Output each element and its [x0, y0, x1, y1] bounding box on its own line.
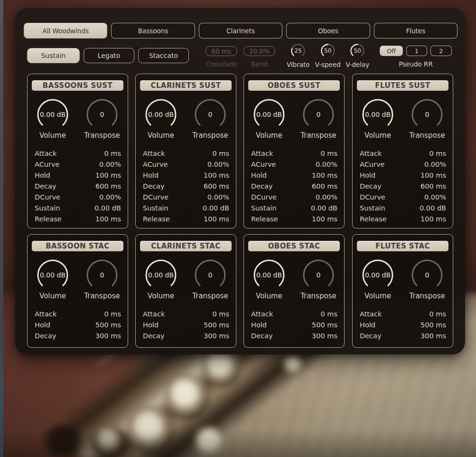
param-value[interactable]: 0 ms — [104, 150, 121, 157]
param-value[interactable]: 0.00% — [424, 161, 446, 168]
pseudo-rr-option-2[interactable]: 2 — [430, 46, 452, 56]
crossfade-value-box[interactable]: 60 ms — [205, 46, 237, 56]
param-value[interactable]: 0.00 dB — [420, 204, 446, 212]
param-value[interactable]: 100 ms — [420, 215, 446, 223]
param-value[interactable]: 600 ms — [312, 182, 337, 190]
pseudo-rr-option-off[interactable]: Off — [380, 46, 403, 56]
pseudo-rr-option-1[interactable]: 1 — [406, 46, 427, 56]
param-value[interactable]: 600 ms — [95, 182, 121, 190]
panel-bassoon-stac: BASSOON STAC0.00 dBVolume0TransposeAttac… — [27, 234, 128, 348]
volume-knob[interactable]: 0.00 dB — [36, 98, 69, 131]
param-label: DCurve — [35, 193, 60, 201]
pseudo-rr-label: Pseudo RR — [380, 60, 452, 68]
param-label: Release — [251, 215, 278, 223]
param-value[interactable]: 0 ms — [429, 150, 446, 157]
param-value[interactable]: 0.00% — [424, 193, 446, 201]
param-value[interactable]: 600 ms — [204, 182, 229, 190]
param-label: ACurve — [143, 161, 168, 168]
volume-knob[interactable]: 0.00 dB — [144, 258, 177, 292]
transpose-knob[interactable]: 0 — [411, 98, 444, 131]
v-speed-knob[interactable]: 50 — [319, 42, 336, 59]
param-value[interactable]: 100 ms — [95, 171, 121, 179]
param-label: Decay — [35, 182, 56, 190]
param-value[interactable]: 100 ms — [95, 215, 121, 223]
param-value[interactable]: 100 ms — [204, 215, 229, 223]
transpose-knob-label: Transpose — [409, 131, 445, 140]
param-value[interactable]: 0 ms — [212, 150, 229, 157]
volume-knob-value: 0.00 dB — [361, 98, 394, 131]
articulation-tab-staccato[interactable]: Staccato — [138, 48, 189, 63]
transpose-knob-group: 0Transpose — [82, 98, 122, 140]
param-value[interactable]: 100 ms — [312, 171, 337, 179]
param-hold: Hold500 ms — [360, 319, 446, 330]
param-value[interactable]: 0.00% — [316, 161, 337, 168]
param-value[interactable]: 0.00 dB — [94, 204, 121, 212]
param-value[interactable]: 100 ms — [312, 215, 337, 223]
transpose-knob-group: 0Transpose — [82, 258, 122, 300]
volume-knob-label: Volume — [148, 292, 174, 300]
param-value[interactable]: 0 ms — [429, 310, 446, 318]
transpose-knob[interactable]: 0 — [411, 258, 444, 292]
param-value[interactable]: 500 ms — [95, 321, 121, 329]
param-attack: Attack0 ms — [251, 148, 337, 159]
volume-knob[interactable]: 0.00 dB — [361, 258, 394, 292]
instrument-tab-all-woodwinds[interactable]: All Woodwinds — [24, 23, 107, 38]
panel-title-badge: BASSOON STAC — [32, 241, 123, 251]
param-value[interactable]: 0 ms — [320, 150, 337, 157]
transpose-knob[interactable]: 0 — [302, 98, 335, 131]
volume-knob[interactable]: 0.00 dB — [361, 98, 394, 131]
param-value[interactable]: 0.00% — [207, 161, 229, 168]
param-value[interactable]: 0.00 dB — [311, 204, 337, 212]
articulation-tab-sustain[interactable]: Sustain — [27, 48, 80, 63]
param-value[interactable]: 500 ms — [420, 321, 446, 329]
param-value[interactable]: 0.00% — [207, 193, 229, 201]
volume-knob-value: 0.00 dB — [361, 258, 394, 292]
param-value[interactable]: 600 ms — [420, 182, 446, 190]
v-delay-knob[interactable]: 50 — [349, 42, 366, 59]
articulation-tab-legato[interactable]: Legato — [84, 48, 134, 63]
param-value[interactable]: 300 ms — [204, 332, 229, 340]
param-value[interactable]: 0.00% — [99, 193, 121, 201]
param-value[interactable]: 0.00 dB — [203, 204, 229, 212]
param-value[interactable]: 300 ms — [312, 332, 337, 340]
volume-knob-value: 0.00 dB — [144, 258, 177, 292]
param-value[interactable]: 0 ms — [104, 310, 121, 318]
param-value[interactable]: 0.00% — [99, 161, 121, 168]
transpose-knob[interactable]: 0 — [194, 98, 227, 131]
param-decay: Decay600 ms — [360, 181, 446, 191]
param-value[interactable]: 0.00% — [316, 193, 337, 201]
param-value[interactable]: 500 ms — [312, 321, 337, 329]
volume-knob[interactable]: 0.00 dB — [36, 258, 69, 292]
volume-knob-value: 0.00 dB — [36, 98, 69, 131]
instrument-tab-clarinets[interactable]: Clarinets — [199, 23, 282, 38]
transpose-knob-value: 0 — [194, 258, 227, 292]
vibrato-knob[interactable]: 25 — [289, 42, 307, 59]
param-value[interactable]: 100 ms — [204, 171, 229, 179]
volume-knob[interactable]: 0.00 dB — [252, 258, 286, 292]
volume-knob-label: Volume — [39, 292, 66, 300]
transpose-knob-value: 0 — [302, 258, 335, 292]
instrument-tab-bassoons[interactable]: Bassoons — [111, 23, 195, 38]
volume-knob[interactable]: 0.00 dB — [144, 98, 177, 131]
volume-knob[interactable]: 0.00 dB — [252, 98, 286, 131]
transpose-knob[interactable]: 0 — [85, 258, 119, 292]
bend-value-box[interactable]: 20.0% — [243, 46, 275, 56]
param-value[interactable]: 500 ms — [204, 321, 229, 329]
transpose-knob-group: 0Transpose — [407, 98, 447, 140]
volume-knob-group: 0.00 dBVolume — [249, 258, 289, 300]
transpose-knob[interactable]: 0 — [302, 258, 335, 292]
param-value[interactable]: 300 ms — [420, 332, 446, 340]
param-value[interactable]: 0 ms — [212, 310, 229, 318]
transpose-knob[interactable]: 0 — [85, 98, 119, 131]
param-value[interactable]: 300 ms — [95, 332, 121, 340]
instrument-tab-oboes[interactable]: Oboes — [286, 23, 370, 38]
param-label: Decay — [360, 332, 382, 340]
instrument-tab-flutes[interactable]: Flutes — [374, 23, 457, 38]
param-label: Decay — [251, 182, 273, 190]
param-value[interactable]: 0 ms — [320, 310, 337, 318]
param-value[interactable]: 100 ms — [420, 171, 446, 179]
v-speed-knob-value: 50 — [319, 42, 336, 59]
transpose-knob-group: 0Transpose — [190, 98, 230, 140]
transpose-knob[interactable]: 0 — [194, 258, 227, 292]
vibrato-knob-value: 25 — [289, 42, 307, 59]
